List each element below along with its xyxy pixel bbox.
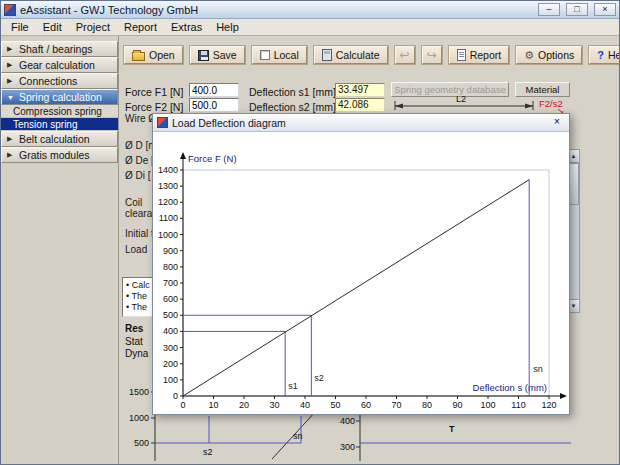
- svg-text:s2: s2: [314, 373, 324, 383]
- svg-text:1200: 1200: [158, 197, 178, 207]
- save-button[interactable]: Save: [190, 46, 245, 64]
- save-label: Save: [213, 49, 237, 61]
- dialog-title-bar[interactable]: Load Deflection diagram ×: [153, 114, 569, 132]
- svg-text:300: 300: [163, 343, 178, 353]
- results-heading: Res: [125, 323, 143, 334]
- force-f2-label: Force F2 [N]: [125, 101, 183, 113]
- report-label: Report: [470, 49, 502, 61]
- dialog-title: Load Deflection diagram: [172, 117, 545, 129]
- expand-arrow-icon: ▶: [7, 77, 15, 85]
- undo-icon: ↩: [400, 49, 410, 61]
- load-deflection-dialog: Load Deflection diagram × 01020304050607…: [152, 113, 570, 415]
- report-button[interactable]: Report: [449, 46, 510, 64]
- tick-label: 1000: [129, 413, 149, 423]
- svg-text:1400: 1400: [158, 165, 178, 175]
- menu-edit[interactable]: Edit: [36, 20, 69, 34]
- menu-file[interactable]: File: [4, 20, 36, 34]
- sidebar-item-tension-spring[interactable]: Tension spring: [1, 118, 118, 131]
- title-bar[interactable]: eAssistant - GWJ Technology GmbH – □ ×: [1, 1, 619, 19]
- menu-help[interactable]: Help: [209, 20, 246, 34]
- options-button[interactable]: ⚙ Options: [516, 46, 582, 64]
- maximize-button[interactable]: □: [566, 3, 588, 16]
- svg-text:0: 0: [180, 400, 185, 410]
- question-icon: ?: [597, 50, 604, 61]
- svg-text:70: 70: [391, 400, 401, 410]
- initial-tension-label: Initial t: [125, 228, 154, 239]
- svg-text:1100: 1100: [159, 213, 178, 223]
- menu-extras[interactable]: Extras: [164, 20, 209, 34]
- svg-text:700: 700: [163, 278, 178, 288]
- l2-dimension-line: L2: [391, 94, 537, 111]
- close-button[interactable]: ×: [594, 3, 616, 16]
- expand-arrow-icon: ▶: [7, 45, 15, 53]
- sidebar-item-label: Gear calculation: [19, 59, 95, 71]
- svg-text:10: 10: [208, 400, 218, 410]
- svg-text:800: 800: [163, 262, 178, 272]
- svg-text:30: 30: [269, 400, 279, 410]
- sidebar-item-compression-spring[interactable]: Compression spring: [1, 105, 118, 118]
- dialog-icon: [157, 117, 168, 128]
- dialog-close-button[interactable]: ×: [549, 116, 565, 129]
- svg-text:120: 120: [541, 400, 556, 410]
- force-f1-input[interactable]: [189, 83, 239, 97]
- sidebar-item-shaft-bearings[interactable]: ▶ Shaft / bearings: [1, 41, 118, 57]
- svg-text:60: 60: [361, 400, 371, 410]
- sidebar-item-gear-calculation[interactable]: ▶ Gear calculation: [1, 57, 118, 73]
- app-window: eAssistant - GWJ Technology GmbH – □ × F…: [0, 0, 620, 465]
- sidebar-item-gratis-modules[interactable]: ▶ Gratis modules: [1, 147, 118, 163]
- tick-label: 300: [340, 442, 355, 452]
- collapse-arrow-icon: ▼: [7, 94, 15, 101]
- sidebar-item-label: Tension spring: [13, 119, 77, 130]
- deflection-s2-label: Deflection s2 [mm]: [249, 101, 336, 113]
- svg-text:sn: sn: [533, 364, 543, 374]
- window-title: eAssistant - GWJ Technology GmbH: [20, 4, 532, 16]
- menu-project[interactable]: Project: [69, 20, 117, 34]
- svg-text:20: 20: [239, 400, 249, 410]
- local-label: Local: [274, 49, 299, 61]
- expand-arrow-icon: ▶: [7, 151, 15, 159]
- svg-text:900: 900: [163, 246, 178, 256]
- minimize-button[interactable]: –: [538, 3, 560, 16]
- help-button[interactable]: ? Help: [589, 46, 620, 64]
- app-icon: [4, 4, 16, 16]
- menu-report[interactable]: Report: [117, 20, 164, 34]
- deflection-s1-label: Deflection s1 [mm]: [249, 86, 336, 98]
- diskette-icon: [198, 50, 209, 61]
- svg-text:200: 200: [163, 359, 178, 369]
- open-button[interactable]: Open: [124, 46, 183, 64]
- svg-text:50: 50: [330, 400, 340, 410]
- checkbox-icon[interactable]: [260, 50, 270, 60]
- svg-text:0: 0: [173, 391, 178, 401]
- gear-icon: ⚙: [524, 50, 534, 61]
- sidebar-item-connections[interactable]: ▶ Connections: [1, 73, 118, 89]
- calculate-button[interactable]: Calculate: [314, 46, 388, 64]
- redo-button[interactable]: ↪: [422, 46, 442, 64]
- svg-text:400: 400: [163, 326, 178, 336]
- local-checkbox[interactable]: Local: [252, 46, 307, 64]
- sidebar-item-belt-calculation[interactable]: ▶ Belt calculation: [1, 131, 118, 147]
- sidebar-item-label: Spring calculation: [19, 91, 102, 103]
- svg-text:40: 40: [300, 400, 310, 410]
- l2-label: L2: [456, 94, 466, 104]
- sidebar-item-label: Shaft / bearings: [19, 43, 93, 55]
- open-label: Open: [149, 49, 175, 61]
- svg-text:1300: 1300: [158, 181, 178, 191]
- redo-icon: ↪: [427, 49, 437, 61]
- force-f1-label: Force F1 [N]: [125, 86, 183, 98]
- help-label: Help: [608, 49, 620, 61]
- calculate-label: Calculate: [336, 49, 380, 61]
- sidebar-item-spring-calculation[interactable]: ▼ Spring calculation: [1, 89, 118, 105]
- svg-text:80: 80: [422, 400, 432, 410]
- svg-text:Force F (N): Force F (N): [188, 153, 237, 164]
- svg-text:1000: 1000: [158, 230, 178, 240]
- deflection-s2-output: 42.086: [335, 98, 385, 112]
- tick-label: 400: [340, 416, 355, 426]
- sidebar-item-label: Connections: [19, 75, 77, 87]
- sn-marker-label: sn: [293, 431, 303, 441]
- force-f2-input[interactable]: [189, 98, 239, 112]
- coil-label: Coil: [125, 197, 142, 208]
- undo-button[interactable]: ↩: [395, 46, 415, 64]
- diameter-de-label: Ø De [: [125, 155, 154, 166]
- sidebar-item-label: Compression spring: [13, 106, 102, 117]
- results-line-static: Stat: [125, 336, 143, 347]
